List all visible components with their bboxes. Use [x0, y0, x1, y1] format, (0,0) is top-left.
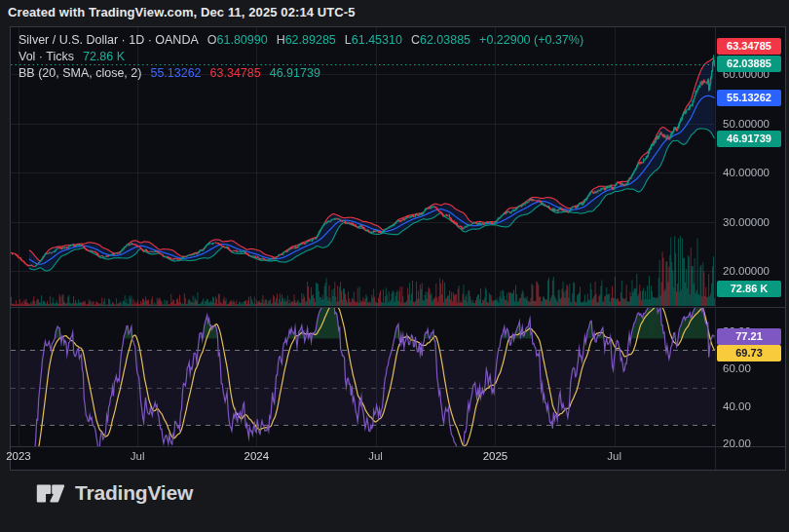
- tradingview-snapshot: Created with TradingView.com, Dec 11, 20…: [0, 0, 789, 532]
- time-label: 2023: [0, 450, 40, 462]
- time-label: 2025: [473, 450, 516, 462]
- low-value: 61.45310: [352, 33, 402, 47]
- volume-title: Vol · Ticks: [19, 50, 74, 63]
- legend-symbol-row[interactable]: Silver / U.S. Dollar · 1D · OANDA O61.80…: [19, 31, 583, 48]
- price-tick: 50.00000: [723, 117, 770, 131]
- change-value: +0.22900 (+0.37%): [479, 33, 583, 47]
- open-value: 61.80990: [217, 33, 268, 47]
- symbol-title[interactable]: Silver / U.S. Dollar · 1D · OANDA: [19, 33, 199, 47]
- ohlc-close: C62.03885: [411, 33, 470, 47]
- rsi-tick: 40.00: [723, 399, 751, 413]
- tradingview-logo[interactable]: TradingView: [35, 479, 193, 507]
- badge-bb-lower: 46.91739: [717, 131, 781, 147]
- badge-rsi-ma: 69.73: [717, 345, 781, 361]
- badge-last-price: 62.03885: [717, 56, 781, 72]
- time-axis-separator: [11, 446, 785, 447]
- time-label: Jul: [116, 450, 159, 462]
- time-label: 2024: [235, 450, 278, 462]
- price-tick: 20.00000: [723, 264, 770, 278]
- ohlc-low: L61.45310: [345, 33, 402, 47]
- badge-rsi: 77.21: [717, 328, 781, 345]
- price-tick: 40.00000: [723, 166, 770, 179]
- close-value: 62.03885: [420, 33, 470, 47]
- rsi-tick: 20.00: [723, 437, 751, 450]
- tradingview-logo-text: TradingView: [75, 481, 193, 505]
- attribution-text: Created with TradingView.com, Dec 11, 20…: [8, 5, 356, 19]
- footer: TradingView: [35, 479, 193, 507]
- bb-lower-value: 46.91739: [270, 66, 320, 80]
- time-label: Jul: [593, 450, 636, 462]
- legend-volume-row[interactable]: Vol · Ticks 72.86 K: [19, 48, 583, 64]
- bb-upper-value: 63.34785: [210, 66, 261, 80]
- pane-separator[interactable]: [11, 307, 785, 308]
- chart-widget: Silver / U.S. Dollar · 1D · OANDA O61.80…: [10, 26, 786, 471]
- rsi-tick: 60.00: [723, 361, 751, 375]
- legend-bb-row[interactable]: BB (20, SMA, close, 2) 55.13262 63.34785…: [19, 64, 583, 81]
- volume-value: 72.86 K: [83, 50, 125, 63]
- bb-basis-value: 55.13262: [150, 66, 201, 80]
- price-tick: 30.00000: [723, 215, 770, 229]
- high-value: 62.89285: [285, 33, 336, 47]
- open-label: O: [207, 33, 217, 47]
- close-label: C: [411, 33, 420, 47]
- ohlc-high: H62.89285: [277, 33, 336, 47]
- high-label: H: [277, 33, 285, 47]
- ohlc-open: O61.80990: [207, 33, 268, 47]
- time-label: Jul: [355, 450, 397, 462]
- tradingview-logo-mark-icon: [35, 479, 66, 507]
- legend: Silver / U.S. Dollar · 1D · OANDA O61.80…: [19, 31, 583, 81]
- bb-title: BB (20, SMA, close, 2): [19, 66, 141, 80]
- low-label: L: [345, 33, 352, 47]
- price-axis-separator: [715, 27, 716, 470]
- chart-canvas[interactable]: [11, 27, 785, 470]
- badge-bb-basis: 55.13262: [717, 90, 781, 106]
- badge-volume: 72.86 K: [717, 281, 781, 297]
- badge-bb-upper: 63.34785: [717, 38, 781, 55]
